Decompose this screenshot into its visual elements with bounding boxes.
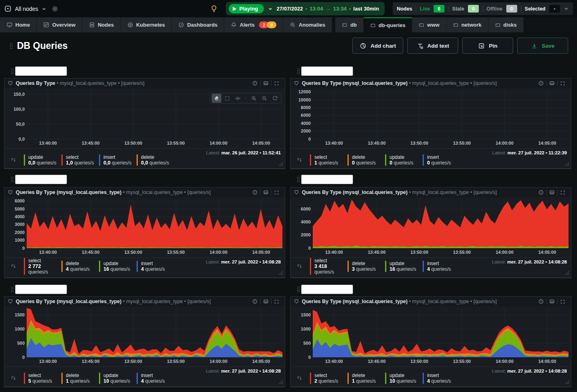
panel-resize-handle[interactable] [278,269,283,276]
panel-resize-handle[interactable] [564,269,569,276]
chart-plot-area[interactable]: 15001000500013:40:0013:45:0013:50:0013:5… [291,306,571,367]
chart-canvas[interactable]: 15001000500013:40:0013:45:0013:50:0013:5… [4,306,285,365]
tray-icon[interactable] [547,80,557,86]
play-chevron-icon[interactable] [268,6,273,11]
tray-icon[interactable] [261,80,271,86]
legend-entry-select[interactable]: select3 418 queries/s [310,258,347,275]
expand-icon[interactable] [558,190,568,195]
sort-legend-icon[interactable] [296,263,303,270]
save-button[interactable]: Save [517,38,568,54]
tab-home[interactable]: Home [0,17,37,32]
drag-handle-icon[interactable] [11,68,14,74]
legend-entry-insert[interactable]: insert0,0 queries/s [99,154,137,166]
text-element-input[interactable] [301,175,353,184]
text-element-input[interactable] [15,285,67,294]
chevron-down-icon[interactable] [42,6,46,11]
panel-resize-handle[interactable] [278,160,283,167]
subtab-network[interactable]: network [446,17,489,32]
expand-icon[interactable] [272,190,282,195]
alert-badge[interactable]: 9 [267,21,276,28]
legend-entry-insert[interactable]: insert4 queries/s [423,261,460,272]
chart-plot-area[interactable]: 12000100008000600040002000013:40:0013:45… [291,88,571,148]
chart-canvas[interactable]: 600050004000300020001000013:40:0013:45:0… [4,197,285,256]
info-icon[interactable] [536,190,546,195]
legend-entry-update[interactable]: update0 queries/s [385,154,423,166]
chart-plot-area[interactable]: 600040002000013:40:0013:45:0013:50:0013:… [291,197,571,257]
h-zoom-chevron[interactable] [243,94,248,103]
text-element-input[interactable] [15,67,67,76]
selected-value-pill[interactable]: - [549,5,560,13]
subtab-disks[interactable]: disks [489,17,524,32]
legend-entry-select[interactable]: select2 queries/s [310,373,347,384]
subtab-db[interactable]: db [335,17,364,32]
tab-anomalies[interactable]: Anomalies [283,17,332,32]
pin-button[interactable]: Pin [462,38,513,54]
settings-gear-icon[interactable] [51,5,59,13]
chart-plot-area[interactable]: 150,0100,050,00,013:40:0013:45:0013:50:0… [4,88,285,148]
info-icon[interactable] [536,80,546,86]
legend-entry-select[interactable]: select1,0 queries/s [61,154,99,166]
legend-entry-update[interactable]: update10 queries/s [385,373,423,384]
legend-entry-delete[interactable]: delete3 queries/s [347,261,385,272]
legend-entry-update[interactable]: update10 queries/s [99,373,137,384]
legend-entry-insert[interactable]: insert4 queries/s [423,373,460,384]
stale-count-pill[interactable]: 0 [468,5,479,13]
chart-canvas[interactable]: 600040002000013:40:0013:45:0013:50:0013:… [291,197,571,256]
title-drag-handle-icon[interactable] [10,42,13,50]
tray-icon[interactable] [547,190,557,195]
sort-legend-icon[interactable] [10,263,17,270]
pan-tool[interactable] [212,94,221,103]
tab-overview[interactable]: Overview [37,17,82,32]
tab-kubernetes[interactable]: Kubernetes [121,17,172,32]
info-icon[interactable] [536,299,546,304]
expand-icon[interactable] [558,299,568,304]
panel-resize-handle[interactable] [564,378,569,386]
drag-handle-icon[interactable] [297,176,300,183]
panel-resize-handle[interactable] [278,378,283,386]
sort-legend-icon[interactable] [296,375,303,381]
news-bulb-icon[interactable] [210,5,218,13]
tray-icon[interactable] [261,299,271,304]
live-count-pill[interactable]: 6 [434,5,444,13]
legend-entry-select[interactable]: select5 queries/s [24,373,61,384]
drag-handle-icon[interactable] [297,286,300,293]
drag-handle-icon[interactable] [297,68,300,74]
chart-plot-area[interactable]: 600050004000300020001000013:40:0013:45:0… [4,197,285,257]
legend-entry-insert[interactable]: insert4 queries/s [137,373,174,384]
info-icon[interactable] [250,299,260,304]
info-icon[interactable] [250,80,260,86]
select-area-tool[interactable] [222,94,232,103]
nodes-chevron-icon[interactable] [564,6,569,11]
h-zoom-tool[interactable] [233,94,242,103]
legend-entry-update[interactable]: update16 queries/s [99,261,137,272]
text-element-input[interactable] [301,285,353,294]
sort-legend-icon[interactable] [10,157,17,163]
chart-canvas[interactable]: 12000100008000600040002000013:40:0013:45… [291,88,571,147]
node-scope-selector[interactable]: All nodes [4,5,46,13]
tab-alerts[interactable]: Alerts29 [224,17,283,32]
legend-entry-insert[interactable]: insert4 queries/s [137,261,174,272]
legend-entry-update[interactable]: update16 queries/s [385,261,423,272]
chart-canvas[interactable]: 15001000500013:40:0013:45:0013:50:0013:5… [291,306,571,365]
zoom-in-tool[interactable] [249,94,259,103]
sort-legend-icon[interactable] [296,157,303,163]
tab-nodes[interactable]: Nodes [82,17,121,32]
chart-plot-area[interactable]: 15001000500013:40:0013:45:0013:50:0013:5… [4,306,285,367]
sort-legend-icon[interactable] [10,375,17,381]
legend-entry-delete[interactable]: delete0 queries/s [347,154,385,166]
legend-entry-update[interactable]: update0,0 queries/s [24,154,61,166]
drag-handle-icon[interactable] [11,286,14,293]
info-icon[interactable] [250,190,260,195]
zoom-out-tool[interactable] [259,94,269,103]
offline-count-pill[interactable]: 0 [506,5,517,13]
zoom-reset-tool[interactable] [270,94,280,103]
panel-resize-handle[interactable] [564,160,569,167]
playing-button[interactable]: Playing [229,4,263,13]
add-text-button[interactable]: Add text [407,38,458,54]
subtab-www[interactable]: www [412,17,446,32]
legend-entry-insert[interactable]: insert0 queries/s [423,154,460,166]
text-element-input[interactable] [15,175,67,184]
legend-entry-select[interactable]: select2 772 queries/s [24,258,61,275]
tray-icon[interactable] [261,190,271,195]
legend-entry-delete[interactable]: delete0,0 queries/s [137,154,174,166]
